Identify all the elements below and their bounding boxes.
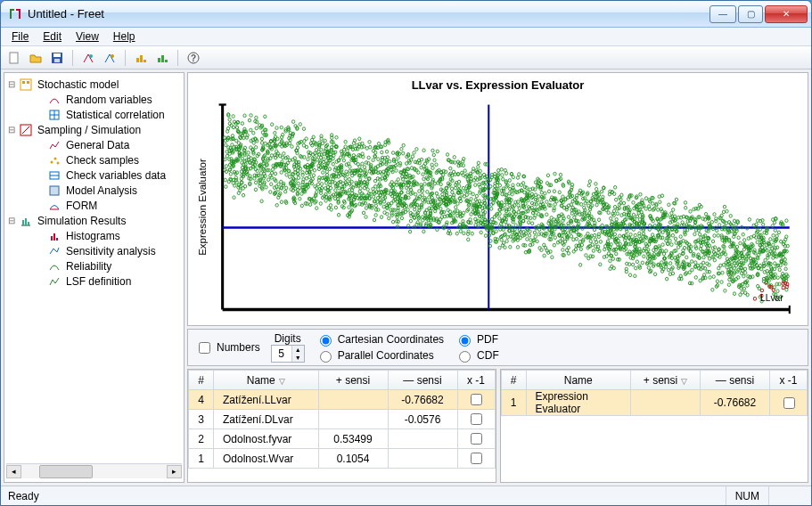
save-button[interactable]: [47, 48, 67, 68]
new-button[interactable]: [4, 48, 24, 68]
table-row[interactable]: 1Odolnost.Wvar0.1054: [189, 449, 496, 469]
svg-point-1305: [357, 194, 360, 198]
svg-point-3072: [589, 240, 592, 243]
svg-point-363: [313, 168, 316, 172]
sidebar-hscroll[interactable]: ◂ ▸: [6, 463, 182, 478]
minimize-button[interactable]: —: [709, 5, 736, 23]
open-button[interactable]: [26, 48, 45, 68]
tree-sampling[interactable]: ⊟Sampling / Simulation: [6, 122, 182, 137]
svg-point-3142: [374, 204, 377, 208]
svg-point-2666: [715, 219, 718, 223]
help-button[interactable]: ?: [184, 48, 203, 68]
left-table[interactable]: # Name▽ + sensi — sensi x -1 4Zatížení.L…: [187, 369, 496, 483]
svg-point-1088: [697, 208, 700, 211]
pdf-radio[interactable]: PDF: [455, 332, 499, 347]
svg-rect-29: [22, 220, 24, 225]
svg-point-1261: [349, 165, 351, 168]
chart-area[interactable]: Expression Evaluator LLvar: [197, 94, 799, 320]
tool-b[interactable]: [100, 48, 119, 68]
svg-point-1337: [474, 184, 477, 187]
svg-point-1167: [632, 213, 635, 216]
svg-point-432: [615, 198, 618, 201]
col-xneg[interactable]: x -1: [770, 371, 808, 390]
tree-form[interactable]: FORM: [6, 198, 182, 213]
col-msensi[interactable]: — sensi: [388, 371, 457, 390]
menu-edit[interactable]: Edit: [36, 29, 69, 45]
col-msensi[interactable]: — sensi: [701, 371, 770, 390]
tree-sensitivity-analysis[interactable]: Sensitivity analysis: [6, 243, 182, 258]
sensitivity-icon: [47, 244, 62, 258]
tree-general-data[interactable]: General Data: [6, 137, 182, 152]
cartesian-radio[interactable]: Cartesian Coordinates: [316, 332, 444, 347]
svg-point-3222: [406, 191, 409, 194]
tool-d[interactable]: [152, 48, 172, 68]
col-name[interactable]: Name: [526, 371, 631, 390]
svg-point-689: [405, 162, 407, 166]
svg-point-1522: [753, 297, 756, 300]
svg-point-334: [724, 290, 726, 293]
col-psensi[interactable]: + sensi▽: [631, 371, 701, 390]
svg-point-2562: [610, 216, 612, 220]
numbers-checkbox[interactable]: Numbers: [195, 339, 260, 356]
menu-help[interactable]: Help: [106, 29, 143, 45]
svg-point-3014: [652, 202, 654, 206]
tool-c[interactable]: [131, 48, 151, 68]
tree-model-analysis[interactable]: Model Analysis: [6, 183, 182, 198]
svg-point-2917: [422, 230, 425, 233]
xneg-checkbox[interactable]: [471, 413, 482, 425]
svg-point-1388: [547, 190, 550, 193]
tree-check-variables-data[interactable]: Check variables data: [6, 167, 182, 183]
svg-point-2813: [329, 204, 332, 208]
tree-histograms[interactable]: Histograms: [6, 228, 182, 243]
maximize-button[interactable]: ▢: [738, 5, 763, 23]
menu-view[interactable]: View: [69, 29, 106, 45]
spin-down-icon[interactable]: ▼: [291, 354, 304, 362]
tree-root[interactable]: ⊟Stochastic model: [6, 77, 182, 92]
svg-point-1490: [237, 192, 240, 195]
close-button[interactable]: ✕: [765, 5, 808, 23]
svg-point-1436: [634, 274, 636, 278]
tree-lsf-definition[interactable]: LSF definition: [6, 273, 182, 289]
tree-check-samples[interactable]: Check samples: [6, 152, 182, 167]
col-xneg[interactable]: x -1: [457, 371, 495, 390]
scroll-right-icon[interactable]: ▸: [167, 465, 182, 478]
svg-point-1119: [567, 252, 570, 256]
table-row[interactable]: 1Expression Evaluator-0.76682: [501, 390, 808, 416]
right-table[interactable]: # Name + sensi▽ — sensi x -1 1Expression…: [500, 369, 809, 483]
xneg-checkbox[interactable]: [471, 394, 482, 405]
parallel-radio[interactable]: Parallel Coordinates: [316, 348, 444, 363]
tool-a[interactable]: [78, 48, 98, 68]
col-idx[interactable]: #: [501, 371, 526, 390]
tree-simulation-results[interactable]: ⊟Simulation Results: [6, 213, 182, 228]
table-row[interactable]: 3Zatížení.DLvar-0.0576: [189, 410, 496, 429]
tree-random-variables[interactable]: Random variables: [6, 92, 182, 107]
xneg-checkbox[interactable]: [783, 397, 795, 409]
xneg-checkbox[interactable]: [471, 433, 482, 445]
col-name[interactable]: Name▽: [214, 371, 319, 390]
svg-point-2342: [597, 218, 600, 222]
table-row[interactable]: 4Zatížení.LLvar-0.76682: [189, 390, 496, 410]
svg-point-41: [455, 232, 458, 235]
cdf-radio[interactable]: CDF: [455, 348, 499, 363]
menu-file[interactable]: File: [4, 29, 36, 45]
scroll-left-icon[interactable]: ◂: [6, 465, 21, 478]
svg-point-2528: [727, 283, 730, 287]
svg-point-2090: [639, 192, 642, 196]
svg-point-1467: [383, 211, 386, 215]
grid-icon: [47, 108, 62, 122]
digits-spinner[interactable]: ▲▼: [271, 345, 305, 363]
table-row[interactable]: 2Odolnost.fyvar0.53499: [189, 429, 496, 449]
svg-point-1997: [722, 264, 725, 267]
tree[interactable]: ⊟Stochastic model Random variables Stati…: [6, 77, 182, 463]
xneg-checkbox[interactable]: [471, 453, 482, 464]
spin-up-icon[interactable]: ▲: [291, 346, 304, 354]
svg-point-2568: [719, 264, 722, 267]
tree-statistical-correlation[interactable]: Statistical correlation: [6, 107, 182, 122]
digits-input[interactable]: [272, 346, 291, 362]
svg-point-1987: [518, 173, 521, 176]
svg-point-2315: [767, 256, 769, 259]
col-idx[interactable]: #: [189, 371, 214, 390]
tree-reliability[interactable]: Reliability: [6, 258, 182, 273]
col-psensi[interactable]: + sensi: [318, 371, 388, 390]
svg-point-2108: [242, 193, 244, 197]
